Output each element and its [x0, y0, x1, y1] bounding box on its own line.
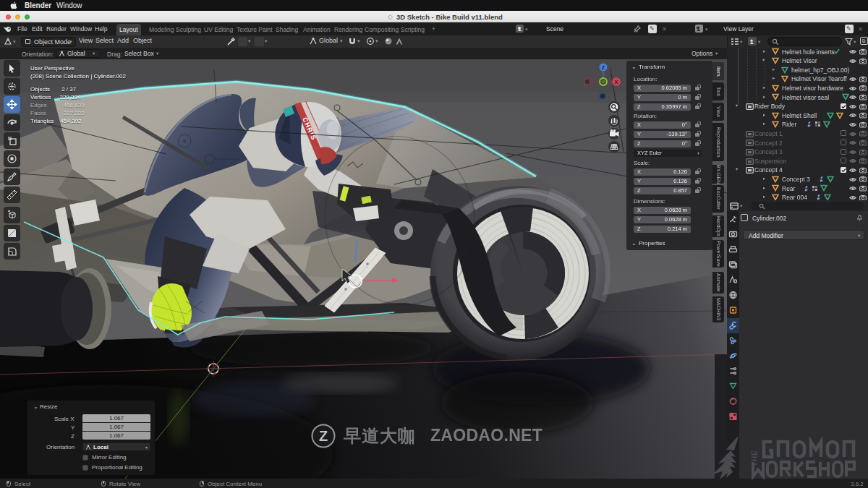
- svg-text:ZAODAO.NET: ZAODAO.NET: [430, 426, 542, 445]
- svg-text:Z: Z: [319, 428, 328, 444]
- svg-text:X: X: [615, 80, 618, 85]
- svg-text:早道大咖: 早道大咖: [343, 426, 416, 445]
- svg-text:Z: Z: [602, 65, 605, 70]
